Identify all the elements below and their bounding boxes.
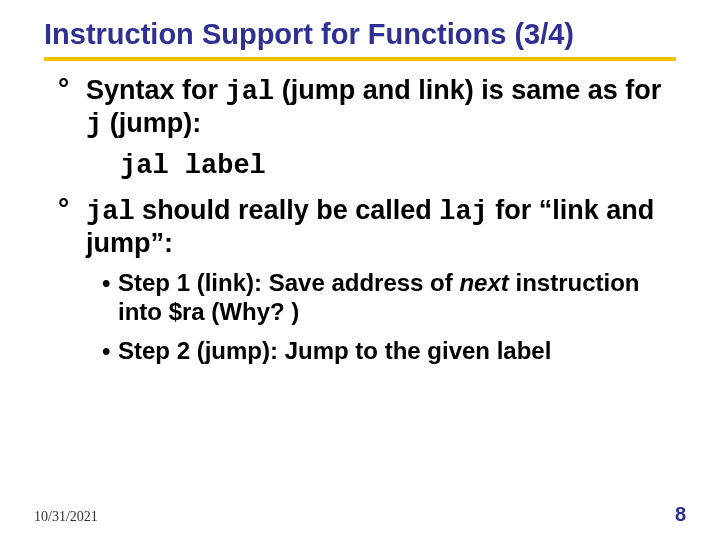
bullet-dot-icon: • xyxy=(102,337,110,366)
text-part: Step 1 (link): Save address of xyxy=(118,269,459,296)
text-part: should really be called xyxy=(135,195,440,225)
slide-title: Instruction Support for Functions (3/4) xyxy=(44,18,676,61)
bullet-dot-icon: • xyxy=(102,269,110,298)
code-laj: laj xyxy=(439,197,488,227)
bullet-laj: ° jal should really be called laj for “l… xyxy=(58,195,680,259)
slide: Instruction Support for Functions (3/4) … xyxy=(0,0,720,540)
code-line-jal-label: jal label xyxy=(120,151,680,181)
bullet-syntax-jal: ° Syntax for jal (jump and link) is same… xyxy=(58,75,680,141)
code-j: j xyxy=(86,110,102,140)
page-number: 8 xyxy=(675,503,686,526)
slide-content: ° Syntax for jal (jump and link) is same… xyxy=(30,61,690,366)
text-part: (jump): xyxy=(102,108,201,138)
step-text: Step 1 (link): Save address of next inst… xyxy=(118,269,639,325)
text-part: Syntax for xyxy=(86,75,226,105)
bullet-text: Syntax for jal (jump and link) is same a… xyxy=(86,75,661,138)
degree-icon: ° xyxy=(58,73,69,105)
code-jal: jal xyxy=(86,197,135,227)
step-2: • Step 2 (jump): Jump to the given label xyxy=(102,337,680,366)
emphasis-next: next xyxy=(459,269,508,296)
text-part: (jump and link) is same as for xyxy=(274,75,661,105)
step-1: • Step 1 (link): Save address of next in… xyxy=(102,269,680,327)
footer-date: 10/31/2021 xyxy=(34,509,98,525)
bullet-text: jal should really be called laj for “lin… xyxy=(86,195,654,258)
footer: 10/31/2021 8 xyxy=(34,503,686,526)
step-text: Step 2 (jump): Jump to the given label xyxy=(118,337,551,364)
code-jal: jal xyxy=(226,77,275,107)
sub-bullets: • Step 1 (link): Save address of next in… xyxy=(102,269,680,365)
degree-icon: ° xyxy=(58,193,69,225)
